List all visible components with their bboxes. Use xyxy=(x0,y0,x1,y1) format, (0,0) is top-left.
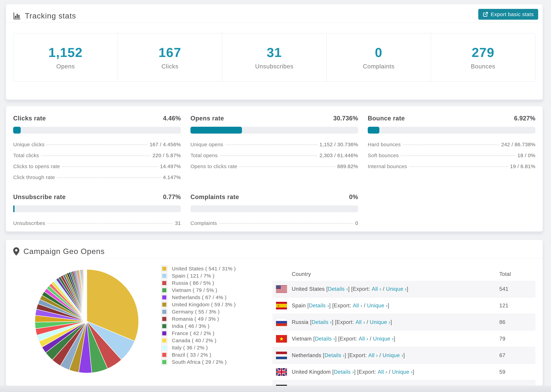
rate-detail-row: Complaints0 xyxy=(191,218,358,229)
rate-detail-value: 19 / 6.81% xyxy=(510,163,536,169)
rate-percentage: 4.46% xyxy=(163,115,181,122)
export-unique-link[interactable]: Unique › xyxy=(367,302,388,309)
dotted-leader xyxy=(239,166,335,167)
legend-item: France ( 42 / 2% ) xyxy=(161,330,264,337)
stat-value: 31 xyxy=(267,45,282,60)
country-cell: Russia [Details ›] [Export: All › / Uniq… xyxy=(272,318,499,326)
dotted-leader xyxy=(47,145,148,145)
export-all-link[interactable]: All › xyxy=(368,352,378,358)
tracking-stats-card: Tracking stats Export basic stats 1,152O… xyxy=(6,4,543,100)
rate-progressbar xyxy=(368,127,536,133)
legend-item: India ( 46 / 3% ) xyxy=(161,322,264,330)
legend-swatch xyxy=(161,301,167,308)
details-link[interactable]: Details › xyxy=(309,302,329,309)
country-total: 59 xyxy=(499,369,536,375)
table-row-us: United States [Details ›] [Export: All ›… xyxy=(272,281,536,297)
export-unique-link[interactable]: Unique › xyxy=(383,352,403,358)
rate-detail-rows: Complaints0 xyxy=(191,218,358,229)
legend-swatch xyxy=(161,294,167,301)
table-row-ru: Russia [Details ›] [Export: All › / Uniq… xyxy=(272,314,536,331)
stat-label: Unsubscribes xyxy=(255,63,293,70)
stat-value: 279 xyxy=(472,45,494,60)
country-total: 79 xyxy=(499,336,536,342)
details-link[interactable]: Details › xyxy=(328,286,348,292)
dotted-leader xyxy=(219,223,353,224)
export-all-link[interactable]: All › xyxy=(359,336,368,342)
column-header-country: Country xyxy=(272,271,499,277)
export-all-link[interactable]: All › xyxy=(372,286,381,292)
map-pin-icon xyxy=(13,247,19,256)
details-link[interactable]: Details › xyxy=(334,369,354,375)
legend-swatch xyxy=(161,359,167,365)
rate-detail-label: Unsubscribes xyxy=(13,220,45,226)
rate-detail-rows: Unique clicks167 / 4.456%Total clicks220… xyxy=(13,139,181,183)
rate-detail-row: Soft bounces18 / 0% xyxy=(368,150,536,161)
country-name: United States xyxy=(292,286,325,292)
stat-cell-unsubscribes: 31Unsubscribes xyxy=(222,33,327,81)
country-name: Netherlands xyxy=(292,352,321,358)
rate-detail-label: Click through rate xyxy=(13,175,55,180)
export-basic-stats-button[interactable]: Export basic stats xyxy=(478,9,538,20)
stat-value: 0 xyxy=(375,45,382,60)
stat-label: Bounces xyxy=(471,63,495,70)
legend-item: Canada ( 40 / 2% ) xyxy=(161,337,264,344)
details-link[interactable]: Details › xyxy=(317,385,338,386)
legend-item: Netherlands ( 67 / 4% ) xyxy=(161,294,264,301)
table-row-vn: Vietnam [Details ›] [Export: All › / Uni… xyxy=(272,331,536,347)
flag-us-icon xyxy=(276,285,287,293)
rate-title: Unsubscribe rate xyxy=(13,193,66,201)
rate-progressbar-fill xyxy=(13,205,14,212)
rate-detail-row: Clicks to opens rate14.497% xyxy=(13,161,181,172)
legend-swatch xyxy=(161,280,167,286)
legend-label: Italy ( 36 / 2% ) xyxy=(172,345,208,351)
rate-detail-label: Unique clicks xyxy=(13,142,44,147)
export-unique-link[interactable]: Unique › xyxy=(370,319,390,325)
flag-vn-icon xyxy=(276,335,287,343)
details-link[interactable]: Details › xyxy=(312,319,332,325)
export-all-link[interactable]: All › xyxy=(361,385,371,386)
rate-header: Unsubscribe rate0.77% xyxy=(13,193,181,201)
rate-header: Clicks rate4.46% xyxy=(13,115,181,122)
flag-nl-icon xyxy=(276,352,287,359)
legend-label: South Africa ( 29 / 2% ) xyxy=(172,359,226,365)
rate-detail-rows: Unique opens1,152 / 30.736%Total opens2,… xyxy=(191,139,358,172)
tracking-card-title: Tracking stats xyxy=(25,11,76,20)
export-unique-link[interactable]: Unique › xyxy=(392,369,413,375)
rate-detail-label: Soft bounces xyxy=(368,153,399,158)
legend-swatch xyxy=(161,330,167,336)
export-all-link[interactable]: All › xyxy=(355,319,365,325)
flag-gb-icon xyxy=(276,368,287,376)
geo-table-header: CountryTotal xyxy=(272,267,536,281)
export-icon xyxy=(483,12,488,17)
legend-label: Romania ( 49 / 3% ) xyxy=(172,316,219,322)
rate-detail-row: Hard bounces242 / 86.738% xyxy=(368,139,536,150)
rate-progressbar xyxy=(13,205,181,212)
details-link[interactable]: Details › xyxy=(325,352,345,358)
stat-cell-opens: 1,152Opens xyxy=(14,33,118,81)
export-all-link[interactable]: All › xyxy=(353,302,362,309)
rate-detail-rows: Unsubscribes31 xyxy=(13,218,181,229)
details-link[interactable]: Details › xyxy=(315,336,335,342)
rate-detail-label: Total clicks xyxy=(13,153,39,158)
export-unique-link[interactable]: Unique › xyxy=(373,336,394,342)
export-unique-link[interactable]: Unique › xyxy=(386,286,407,292)
export-unique-link[interactable]: Unique › xyxy=(375,385,396,386)
geo-card-title: Campaign Geo Opens xyxy=(23,247,105,256)
country-cell: United States [Details ›] [Export: All ›… xyxy=(272,285,499,293)
rate-detail-row: Total opens2,303 / 61.446% xyxy=(191,150,358,161)
legend-swatch xyxy=(161,352,167,358)
export-all-link[interactable]: All › xyxy=(378,369,387,375)
legend-item: United Kingdom ( 59 / 3% ) xyxy=(161,301,264,308)
rate-title: Clicks rate xyxy=(13,115,46,122)
dotted-leader xyxy=(41,155,150,156)
geo-opens-card: Campaign Geo Opens United States ( 541 /… xyxy=(6,239,543,386)
rate-header: Opens rate30.736% xyxy=(191,115,358,122)
rate-title: Opens rate xyxy=(191,115,224,122)
rate-detail-value: 242 / 86.738% xyxy=(501,142,536,147)
legend-item: Germany ( 55 / 3% ) xyxy=(161,308,264,315)
rate-detail-row: Opens to clicks rate689.82% xyxy=(191,161,358,172)
dotted-leader xyxy=(401,155,516,156)
flag-ru-icon xyxy=(276,318,287,326)
stat-label: Complaints xyxy=(363,63,395,70)
table-row-gb: United Kingdom [Details ›] [Export: All … xyxy=(272,364,536,380)
